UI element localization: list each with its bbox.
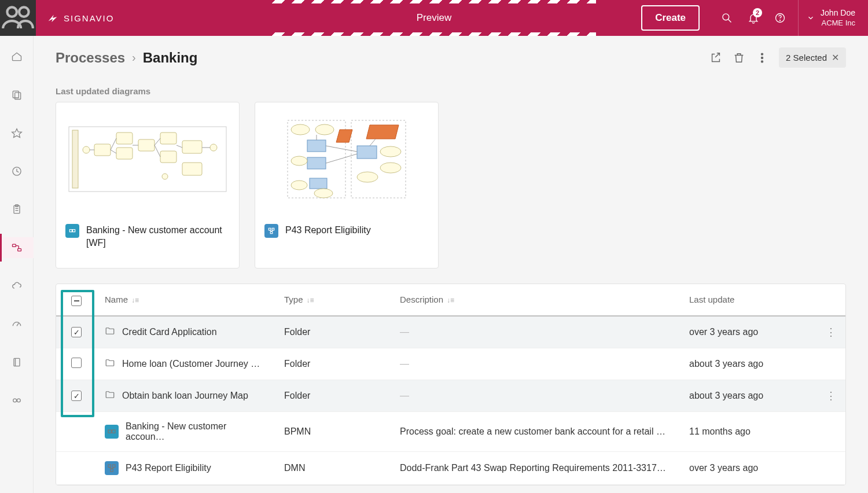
svg-point-63 <box>357 172 378 182</box>
star-icon <box>11 127 23 139</box>
dmn-badge-icon <box>105 461 119 475</box>
col-header-last-update[interactable]: Last update <box>681 284 816 316</box>
svg-line-42 <box>155 145 160 157</box>
rail-docs[interactable] <box>0 352 34 373</box>
chevron-right-icon: › <box>132 51 136 64</box>
rail-favorites[interactable] <box>0 123 34 144</box>
svg-rect-46 <box>69 230 72 232</box>
row-type: Folder <box>284 391 310 400</box>
svg-point-19 <box>13 399 16 402</box>
svg-rect-32 <box>160 133 176 144</box>
row-more-button[interactable]: ⋮ <box>826 326 836 338</box>
svg-rect-30 <box>116 148 133 159</box>
rail-recent[interactable] <box>0 161 34 182</box>
rail-dashboard[interactable] <box>0 314 34 334</box>
table-row[interactable]: Credit Card ApplicationFolder—over 3 yea… <box>56 316 845 348</box>
table-row[interactable]: Banking - New customer accoun…BPMNProces… <box>56 411 845 451</box>
svg-rect-70 <box>272 228 274 230</box>
help-icon <box>774 12 786 24</box>
export-button[interactable] <box>709 51 722 64</box>
breadcrumb: Processes › Banking <box>56 50 197 66</box>
diagram-thumbnail <box>56 102 239 216</box>
svg-rect-33 <box>160 151 176 163</box>
user-name: John Doe <box>821 8 855 19</box>
row-description: — <box>400 359 409 369</box>
select-all-checkbox[interactable] <box>71 296 82 306</box>
folder-icon <box>105 326 115 339</box>
svg-line-43 <box>176 145 182 148</box>
table-row[interactable]: Home loan (Customer Journey …Folder—abou… <box>56 348 845 380</box>
table-row[interactable]: P43 Report EligibilityDMNDodd-Frank Part… <box>56 451 845 484</box>
rail-tasks[interactable] <box>0 199 34 220</box>
app-switcher[interactable] <box>0 0 36 36</box>
link-icon <box>11 395 23 406</box>
people-icon <box>0 0 36 36</box>
row-checkbox[interactable] <box>71 327 82 337</box>
bpmn-badge-icon <box>65 224 79 238</box>
delete-button[interactable] <box>733 51 745 64</box>
svg-line-65 <box>326 146 357 152</box>
more-actions-button[interactable] <box>756 51 768 64</box>
card-title: Banking - New customer account [WF] <box>86 224 230 249</box>
col-header-type[interactable]: Type↓≡ <box>276 284 392 316</box>
dmn-thumb-icon <box>283 116 410 203</box>
app-bar: SIGNAVIO Preview Create 2 John Doe ACME … <box>0 0 868 36</box>
preview-indicator: Preview <box>272 0 596 36</box>
svg-point-52 <box>315 124 334 135</box>
row-last-update: about 3 years ago <box>689 391 763 400</box>
row-checkbox[interactable] <box>71 391 82 401</box>
breadcrumb-root[interactable]: Processes <box>56 50 125 66</box>
table-row[interactable]: Obtain bank loan Journey MapFolder—about… <box>56 380 845 411</box>
folder-icon <box>105 389 115 402</box>
diagram-card[interactable]: P43 Report Eligibility <box>255 102 439 268</box>
svg-rect-78 <box>113 465 116 468</box>
gauge-icon <box>11 318 23 330</box>
create-button[interactable]: Create <box>641 5 700 31</box>
svg-line-68 <box>370 139 376 146</box>
row-description: — <box>400 391 409 400</box>
col-header-name[interactable]: Name↓≡ <box>97 284 276 316</box>
user-org: ACME Inc <box>821 19 855 28</box>
svg-point-0 <box>7 7 17 17</box>
row-name-text: Home loan (Customer Journey … <box>122 359 260 369</box>
svg-rect-47 <box>73 230 75 232</box>
row-last-update: over 3 years ago <box>689 463 758 473</box>
help-button[interactable] <box>767 0 793 36</box>
svg-point-36 <box>210 144 217 151</box>
search-button[interactable] <box>713 0 740 36</box>
left-rail <box>0 36 34 493</box>
svg-line-16 <box>17 323 19 326</box>
svg-point-55 <box>291 156 307 165</box>
svg-point-1 <box>19 7 29 17</box>
brand-logo-icon <box>46 12 59 24</box>
rail-dictionary[interactable] <box>0 84 34 105</box>
rail-links[interactable] <box>0 390 34 411</box>
svg-rect-26 <box>72 130 78 188</box>
rail-processes[interactable] <box>0 237 34 258</box>
svg-rect-6 <box>13 91 19 98</box>
rail-collab[interactable] <box>0 275 34 296</box>
diagram-card[interactable]: Banking - New customer account [WF] <box>56 102 240 268</box>
book-icon <box>11 356 23 368</box>
user-menu[interactable]: John Doe ACME Inc <box>798 0 868 36</box>
row-checkbox[interactable] <box>71 358 82 368</box>
row-name-text: Banking - New customer accoun… <box>126 421 268 442</box>
notifications-badge: 2 <box>753 8 762 17</box>
svg-line-41 <box>155 138 160 145</box>
notifications-button[interactable]: 2 <box>740 0 767 36</box>
svg-rect-28 <box>94 144 111 156</box>
svg-rect-29 <box>116 133 133 144</box>
bpmn-thumb-icon <box>67 124 229 194</box>
clear-selection-button[interactable]: ✕ <box>832 52 839 63</box>
svg-point-24 <box>762 60 763 62</box>
rail-home[interactable] <box>0 46 34 67</box>
process-icon <box>11 242 23 253</box>
row-more-button[interactable]: ⋮ <box>826 390 836 402</box>
folder-icon <box>105 358 115 370</box>
sort-icon: ↓≡ <box>447 296 454 304</box>
svg-line-66 <box>326 154 357 163</box>
brand[interactable]: SIGNAVIO <box>36 12 124 24</box>
row-name-text: P43 Report Eligibility <box>126 463 211 473</box>
col-header-description[interactable]: Description↓≡ <box>392 284 681 316</box>
row-last-update: about 3 years ago <box>689 359 763 369</box>
